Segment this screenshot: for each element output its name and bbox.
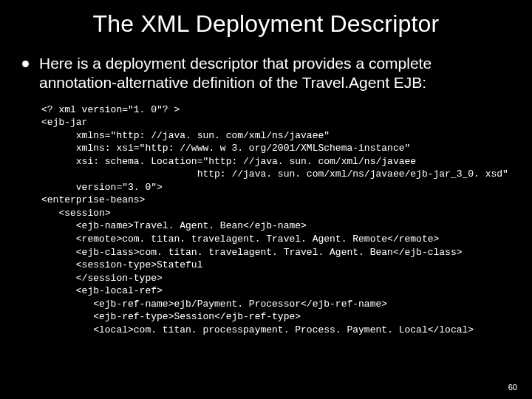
body-text: Here is a deployment descriptor that pro… xyxy=(39,54,510,93)
slide-title: The XML Deployment Descriptor xyxy=(22,10,510,38)
code-block: <? xml version="1. 0"? > <ejb-jar xmlns=… xyxy=(41,103,510,337)
slide: The XML Deployment Descriptor Here is a … xyxy=(0,0,532,399)
bullet-icon xyxy=(22,61,29,67)
body-row: Here is a deployment descriptor that pro… xyxy=(22,54,510,93)
page-number: 60 xyxy=(508,383,517,392)
